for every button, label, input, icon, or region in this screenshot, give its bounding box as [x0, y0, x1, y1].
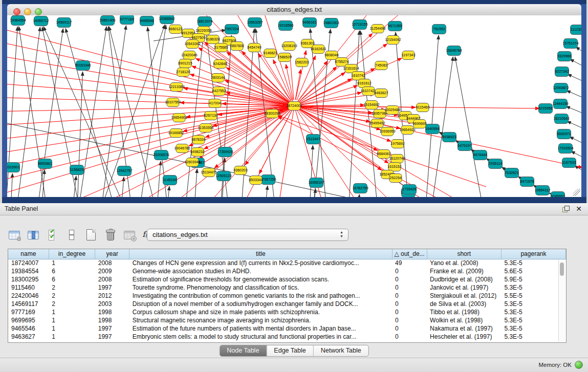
table-cell[interactable]: 5.3E-5: [501, 316, 565, 324]
table-cell[interactable]: 5.6E-5: [501, 267, 565, 275]
network-node[interactable]: 9242848: [213, 60, 227, 69]
network-node[interactable]: 11254498: [370, 25, 386, 33]
table-cell[interactable]: 5.3E-5: [501, 308, 565, 316]
network-node[interactable]: 10936959: [379, 127, 395, 136]
table-cell[interactable]: de Silva et al. (2003): [427, 300, 501, 308]
table-cell[interactable]: 5.3E-5: [501, 283, 565, 292]
table-cell[interactable]: 2008: [95, 259, 129, 267]
network-node[interactable]: 8215958: [538, 104, 552, 114]
network-node[interactable]: 3315901: [7, 163, 20, 172]
network-node[interactable]: 9463627: [374, 89, 388, 98]
network-node[interactable]: 1145194: [163, 176, 177, 185]
table-cell[interactable]: 2: [49, 300, 95, 308]
network-node[interactable]: 9466161: [302, 18, 316, 28]
network-node[interactable]: 417004: [209, 99, 221, 108]
network-node[interactable]: 20891406: [99, 16, 115, 26]
table-cell[interactable]: 6: [49, 267, 95, 275]
network-graph[interactable]: 1938455414055712145691172089140697771699…: [7, 15, 581, 197]
network-node[interactable]: 9671355: [388, 21, 402, 31]
table-cell[interactable]: 5.3E-5: [501, 324, 565, 333]
table-cell[interactable]: 5.9E-5: [501, 275, 565, 283]
network-node[interactable]: 12213383: [168, 83, 184, 92]
network-node[interactable]: 18724007: [286, 102, 302, 111]
table-cell[interactable]: Changes of HCN gene expression and I(f) …: [129, 259, 392, 267]
network-node[interactable]: 10719155: [352, 20, 367, 30]
network-node[interactable]: 16210643: [553, 114, 569, 124]
network-node[interactable]: 8660123: [168, 25, 182, 34]
table-cell[interactable]: Embryonic stem cells: a model to study s…: [129, 333, 392, 341]
network-node[interactable]: 2718120: [176, 68, 190, 77]
table-cell[interactable]: Genome-wide association studies in ADHD.: [129, 267, 392, 275]
table-cell[interactable]: 5.3E-5: [501, 259, 565, 267]
attribute-table[interactable]: namein_degreeyeartitle△ out_de...shortpa…: [8, 249, 566, 341]
network-node[interactable]: 18107554: [165, 98, 181, 107]
column-header-outde[interactable]: △ out_de...: [392, 249, 427, 259]
network-node[interactable]: 15154692: [363, 101, 379, 110]
tab-node-table[interactable]: Node Table: [220, 345, 267, 356]
table-cell[interactable]: Disruption of a novel member of a sodium…: [129, 300, 392, 308]
network-node[interactable]: 9245652: [551, 192, 564, 198]
network-node[interactable]: 15134475: [201, 168, 216, 177]
network-node[interactable]: 8161612: [357, 79, 371, 88]
table-cell[interactable]: Hescheler et al. (1997): [427, 333, 501, 341]
network-node[interactable]: 9699695: [412, 120, 426, 128]
table-cell[interactable]: 5.3E-5: [501, 300, 565, 308]
table-cell[interactable]: Franke et al. (2009): [427, 267, 501, 275]
table-select-dropdown[interactable]: citations_edges.txt ▲▼: [147, 229, 349, 241]
network-node[interactable]: 12505123: [215, 171, 231, 181]
network-node[interactable]: 12603948: [184, 158, 200, 167]
table-cell[interactable]: Corpus callosum shape and size in male p…: [129, 308, 392, 316]
table-cell[interactable]: 1: [49, 259, 95, 267]
table-cell[interactable]: 5.3E-5: [501, 333, 565, 341]
table-cell[interactable]: 0: [392, 308, 427, 316]
network-node[interactable]: 16782759: [352, 184, 368, 193]
unselect-all-columns-button[interactable]: [65, 228, 78, 242]
network-node[interactable]: 2803144: [211, 74, 225, 82]
table-cell[interactable]: 1998: [95, 316, 129, 324]
network-node[interactable]: 15751074: [562, 39, 578, 49]
network-node[interactable]: 17016504: [557, 144, 573, 154]
network-node[interactable]: 8850861: [38, 159, 52, 169]
network-node[interactable]: 1640954: [425, 124, 439, 134]
network-node[interactable]: 8878334: [191, 136, 205, 144]
table-cell[interactable]: 9465546: [8, 324, 49, 333]
table-cell[interactable]: 2: [49, 292, 95, 300]
table-cell[interactable]: Dudbridge et al. (2008): [427, 275, 501, 283]
network-node[interactable]: 9777169: [120, 15, 134, 25]
table-cell[interactable]: 18724007: [8, 259, 49, 267]
network-node[interactable]: 9360203: [233, 166, 247, 175]
network-node[interactable]: 14055712: [33, 16, 49, 26]
network-node[interactable]: 5692971: [557, 129, 571, 139]
table-cell[interactable]: 14569117: [8, 300, 49, 308]
network-node[interactable]: 1733426: [402, 185, 416, 194]
network-node[interactable]: 7957224: [225, 25, 238, 34]
network-node[interactable]: 14569117: [56, 18, 72, 28]
table-cell[interactable]: 0: [392, 324, 427, 333]
network-node[interactable]: 1156829: [70, 165, 84, 175]
table-cell[interactable]: Stergiakouli et al. (2012): [427, 292, 501, 300]
network-node[interactable]: 2867608: [230, 42, 244, 51]
select-all-columns-button[interactable]: ✔ ✔: [46, 228, 59, 242]
network-node[interactable]: 1582203: [295, 58, 309, 67]
table-cell[interactable]: 0: [392, 300, 427, 308]
network-node[interactable]: 11353554: [198, 124, 214, 133]
network-node[interactable]: 12444159: [552, 99, 568, 109]
table-cell[interactable]: 2008: [95, 275, 129, 283]
table-cell[interactable]: 9463627: [8, 333, 49, 341]
table-cell[interactable]: Yano et al. (2008): [427, 259, 501, 267]
column-settings-button[interactable]: [8, 228, 21, 242]
tab-network-table[interactable]: Network Table: [314, 345, 368, 356]
float-panel-icon[interactable]: [562, 206, 570, 212]
network-node[interactable]: 8186328: [206, 35, 220, 44]
network-window-titlebar[interactable]: citations_edges.txt: [7, 4, 581, 16]
table-row[interactable]: 1872400712008Changes of HCN gene express…: [8, 259, 566, 267]
table-cell[interactable]: 22420046: [8, 292, 49, 300]
table-cell[interactable]: 2: [49, 283, 95, 292]
table-cell[interactable]: 6: [49, 275, 95, 283]
table-cell[interactable]: Estimation of the future numbers of pati…: [129, 324, 392, 333]
network-node[interactable]: 1975692: [390, 140, 404, 148]
network-node[interactable]: 2935114: [489, 159, 503, 169]
network-node[interactable]: 19166852: [168, 129, 184, 138]
network-node[interactable]: 8427552: [212, 87, 226, 96]
vertical-scrollbar[interactable]: [558, 259, 565, 342]
